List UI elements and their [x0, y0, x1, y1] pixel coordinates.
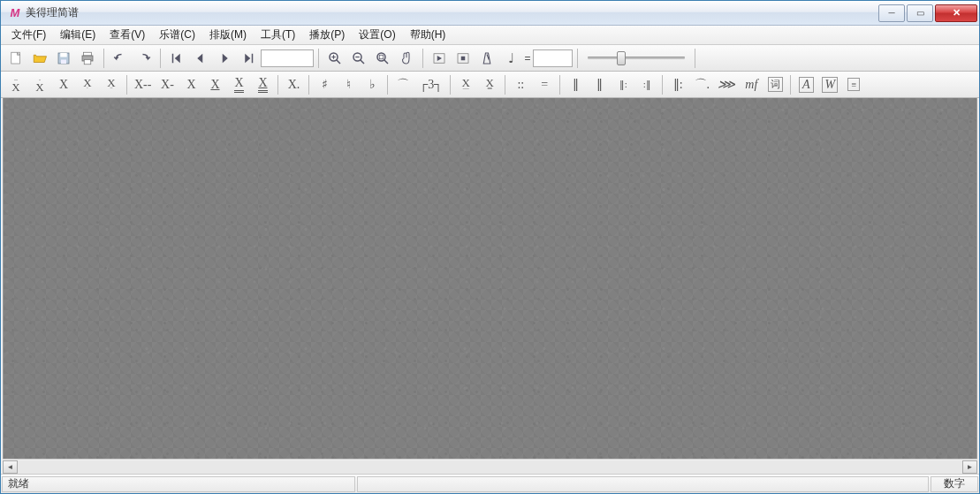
canvas-workspace[interactable]	[3, 98, 977, 459]
separator	[790, 75, 791, 95]
tempo-equals: =	[523, 48, 532, 69]
repeat-colon-button[interactable]: ::	[509, 74, 532, 95]
fermata-button[interactable]: ⌒.	[690, 74, 713, 95]
tempo-slider[interactable]	[588, 49, 685, 67]
menu-tools[interactable]: 工具(T)	[254, 26, 302, 44]
separator	[277, 75, 278, 95]
separator	[450, 75, 451, 95]
horizontal-scrollbar[interactable]: ◄ ►	[3, 459, 977, 474]
note-whole[interactable]: X--	[131, 74, 155, 95]
undo-button[interactable]	[109, 48, 132, 69]
note-quad-dot-top[interactable]: ··X	[4, 74, 27, 95]
repeat-end-button[interactable]: :‖	[635, 74, 658, 95]
lyrics-button[interactable]: 词	[763, 74, 786, 95]
separator	[662, 75, 663, 95]
separator	[505, 75, 505, 95]
save-button[interactable]	[52, 48, 75, 69]
slider-track	[588, 57, 685, 59]
triplet-button[interactable]: ┌3┐	[415, 74, 446, 95]
zoom-fit-button[interactable]	[371, 48, 394, 69]
hand-tool-button[interactable]	[395, 48, 418, 69]
redo-button[interactable]	[133, 48, 156, 69]
scroll-left-button[interactable]: ◄	[3, 460, 18, 474]
nav-next-button[interactable]	[213, 48, 236, 69]
print-button[interactable]	[76, 48, 99, 69]
new-button[interactable]	[4, 48, 27, 69]
crescendo-button[interactable]: ⋙	[714, 74, 739, 95]
svg-rect-2	[60, 53, 67, 57]
note-dotted[interactable]: X.	[282, 74, 305, 95]
scroll-right-button[interactable]: ►	[962, 460, 977, 474]
menu-help[interactable]: 帮助(H)	[403, 26, 453, 44]
menu-view[interactable]: 查看(V)	[103, 26, 152, 44]
dynamic-mf-button[interactable]: mf	[740, 74, 763, 95]
svg-rect-6	[84, 59, 91, 64]
titlebar[interactable]: M 美得理简谱 ─ ▭ ✕	[1, 1, 979, 26]
separator	[695, 49, 695, 68]
equals-button[interactable]: =	[533, 74, 556, 95]
sharp-button[interactable]: ♯	[313, 74, 336, 95]
note-dot-top[interactable]: ·X	[28, 74, 51, 95]
slider-thumb[interactable]	[617, 51, 626, 65]
tempo-note-icon: ♩	[499, 48, 522, 69]
text-a-button[interactable]: A	[794, 74, 817, 95]
open-button[interactable]	[28, 48, 51, 69]
note-half[interactable]: X-	[156, 74, 179, 95]
note-plain[interactable]: X	[52, 74, 75, 95]
slur-button[interactable]: ⌒	[391, 74, 414, 95]
note-dot-bottom[interactable]: X·	[76, 74, 99, 95]
menu-score[interactable]: 乐谱(C)	[152, 26, 202, 44]
accent-1-button[interactable]: X—	[454, 74, 477, 95]
barline-2-button[interactable]: ‖	[588, 74, 611, 95]
separator	[577, 49, 578, 68]
maximize-button[interactable]: ▭	[907, 4, 933, 22]
repeat-start-button[interactable]: ‖:	[612, 74, 634, 95]
svg-rect-4	[84, 52, 92, 56]
nav-first-button[interactable]	[165, 48, 188, 69]
toolbar-main: ♩ =	[1, 45, 979, 72]
svg-rect-13	[461, 56, 466, 60]
list-button[interactable]: ≡	[842, 74, 865, 95]
stop-button[interactable]	[452, 48, 475, 69]
menu-play[interactable]: 播放(P)	[302, 26, 352, 44]
separator	[318, 49, 319, 68]
menu-layout[interactable]: 排版(M)	[202, 26, 254, 44]
play-button[interactable]	[428, 48, 451, 69]
nav-prev-button[interactable]	[189, 48, 212, 69]
toolbar-notation: ··X ·X X X· X·· X-- X- X X X X X. ♯ ♮ ♭ …	[1, 72, 979, 98]
minimize-button[interactable]: ─	[878, 4, 905, 22]
separator	[126, 75, 127, 95]
note-eighth[interactable]: X	[203, 74, 226, 95]
page-input[interactable]	[261, 49, 314, 67]
close-button[interactable]: ✕	[935, 4, 977, 22]
menu-edit[interactable]: 编辑(E)	[53, 26, 103, 44]
app-window: M 美得理简谱 ─ ▭ ✕ 文件(F) 编辑(E) 查看(V) 乐谱(C) 排版…	[0, 0, 980, 494]
note-quarter[interactable]: X	[179, 74, 202, 95]
window-controls: ─ ▭ ✕	[877, 4, 977, 22]
separator	[103, 49, 104, 68]
barline-1-button[interactable]: ‖	[564, 74, 587, 95]
tempo-input[interactable]	[533, 49, 573, 67]
metronome-button[interactable]	[475, 48, 498, 69]
svg-rect-3	[61, 59, 66, 64]
zoom-in-button[interactable]	[323, 48, 346, 69]
double-bar-button[interactable]: ‖:	[666, 74, 689, 95]
menubar: 文件(F) 编辑(E) 查看(V) 乐谱(C) 排版(M) 工具(T) 播放(P…	[1, 26, 979, 45]
zoom-out-button[interactable]	[347, 48, 370, 69]
note-quad-dot-bottom[interactable]: X··	[100, 74, 123, 95]
note-thirtysecond[interactable]: X	[251, 74, 274, 95]
natural-button[interactable]: ♮	[337, 74, 360, 95]
menu-settings[interactable]: 设置(O)	[352, 26, 402, 44]
separator	[308, 75, 309, 95]
statusbar: 就绪 数字	[1, 474, 979, 493]
status-message: 就绪	[2, 476, 355, 492]
text-w-button[interactable]: W	[818, 74, 841, 95]
nav-last-button[interactable]	[237, 48, 260, 69]
status-mode: 数字	[931, 476, 978, 492]
accent-2-button[interactable]: X═	[478, 74, 501, 95]
scroll-track[interactable]	[18, 460, 962, 474]
note-sixteenth[interactable]: X	[227, 74, 250, 95]
flat-button[interactable]: ♭	[361, 74, 384, 95]
menu-file[interactable]: 文件(F)	[4, 26, 53, 44]
window-title: 美得理简谱	[26, 5, 79, 20]
